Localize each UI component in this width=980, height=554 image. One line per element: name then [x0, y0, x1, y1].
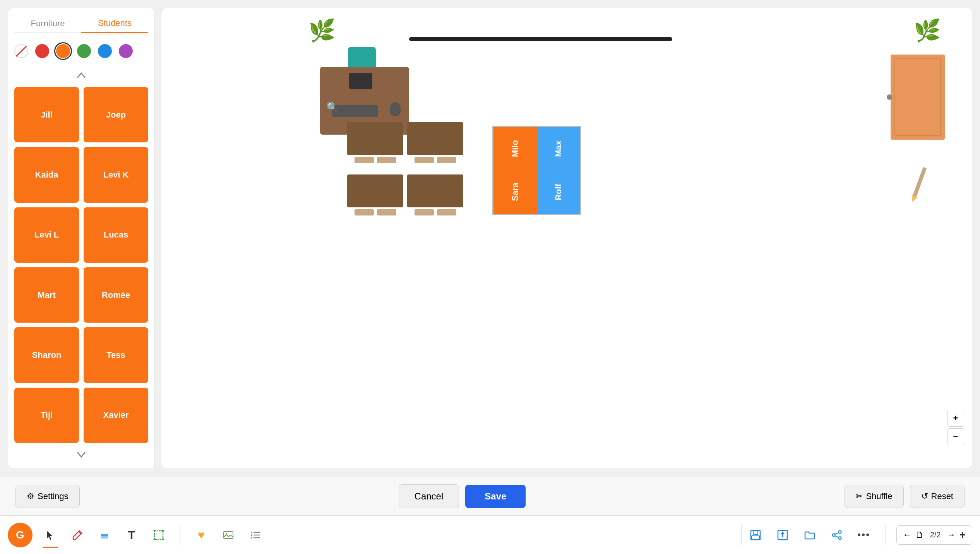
next-page-button[interactable]: → [947, 530, 956, 540]
door-handle [887, 94, 892, 100]
more-icon-btn[interactable]: ••• [854, 525, 874, 545]
eraser-tool[interactable] [94, 525, 115, 545]
color-none[interactable] [14, 44, 28, 58]
student-mart[interactable]: Mart [14, 267, 79, 323]
svg-point-14 [251, 534, 252, 536]
door-panel [894, 58, 941, 136]
students-grid: Jill Joep Kaida Levi K Levi L Lucas Mart… [14, 87, 148, 443]
svg-point-15 [251, 537, 252, 539]
student-joep[interactable]: Joep [84, 87, 148, 142]
svg-line-24 [835, 533, 839, 534]
svg-point-7 [162, 538, 164, 540]
save-icon-btn[interactable] [745, 525, 766, 545]
share-icon-btn[interactable] [827, 525, 847, 545]
student-levi-k[interactable]: Levi K [84, 147, 148, 202]
seat-milo: Milo [493, 127, 537, 170]
desk-group-top [347, 122, 463, 163]
svg-rect-17 [753, 530, 758, 534]
svg-rect-18 [752, 536, 759, 539]
upload-icon-btn[interactable] [773, 525, 793, 545]
prev-page-button[interactable]: ← [903, 530, 911, 540]
color-picker-row [14, 39, 148, 63]
seat-group: Milo Max Sara Rolf [492, 126, 581, 215]
reset-icon: ↺ [921, 491, 928, 501]
zoom-controls: + − [947, 410, 964, 445]
bottom-toolbar: G T ♥ [0, 515, 980, 554]
color-green[interactable] [77, 44, 91, 58]
svg-line-25 [835, 536, 839, 537]
folder-icon-btn[interactable] [800, 525, 820, 545]
student-kaida[interactable]: Kaida [14, 147, 79, 202]
select-tool[interactable] [149, 525, 169, 545]
blackboard [409, 37, 672, 41]
save-button[interactable]: Save [465, 485, 526, 508]
cursor-tool[interactable] [40, 525, 60, 545]
plant-top-left: 🌿 [308, 20, 336, 41]
text-tool[interactable]: T [122, 525, 142, 545]
app-logo[interactable]: G [8, 523, 33, 547]
search-icon: 🔍 [326, 101, 339, 113]
svg-rect-3 [154, 531, 163, 539]
scroll-up-button[interactable] [74, 68, 89, 83]
plant-top-right: 🌿 [914, 20, 941, 41]
heart-tool[interactable]: ♥ [191, 525, 211, 545]
student-levi-l[interactable]: Levi L [14, 207, 79, 263]
desk-group-bottom [347, 174, 463, 215]
shuffle-icon: ✂ [856, 491, 863, 501]
zoom-out-button[interactable]: − [947, 428, 964, 445]
settings-button[interactable]: ⚙ Settings [15, 485, 80, 508]
student-lucas[interactable]: Lucas [84, 207, 148, 263]
action-bar: ⚙ Settings Cancel Save ✂ Shuffle ↺ Reset [0, 477, 980, 515]
tab-students[interactable]: Students [81, 14, 148, 33]
svg-point-5 [162, 530, 164, 532]
seat-rolf: Rolf [537, 170, 580, 214]
add-page-button[interactable]: + [959, 529, 966, 541]
svg-point-21 [838, 530, 841, 533]
svg-point-13 [251, 532, 252, 533]
student-tess[interactable]: Tess [84, 327, 148, 383]
color-blue[interactable] [98, 44, 112, 58]
shuffle-button[interactable]: ✂ Shuffle [845, 485, 903, 508]
page-navigation: ← 🗋 2/2 → + [896, 525, 972, 545]
scroll-down-button[interactable] [74, 447, 89, 462]
svg-rect-2 [101, 536, 108, 539]
toolbar-separator-2 [741, 525, 742, 545]
tab-row: Furniture Students [14, 14, 148, 33]
page-indicator: 2/2 [928, 530, 943, 539]
reset-button[interactable]: ↺ Reset [910, 485, 965, 508]
cancel-button[interactable]: Cancel [399, 484, 459, 508]
svg-point-23 [832, 533, 835, 536]
svg-rect-16 [751, 530, 760, 540]
svg-point-6 [154, 538, 156, 540]
zoom-in-button[interactable]: + [947, 410, 964, 427]
list-tool[interactable] [245, 525, 266, 545]
student-xavier[interactable]: Xavier [84, 388, 148, 443]
color-orange[interactable] [56, 44, 70, 58]
seat-max: Max [537, 127, 580, 170]
page-icon: 🗋 [915, 530, 924, 540]
toolbar-separator-1 [180, 525, 180, 545]
tab-furniture[interactable]: Furniture [14, 14, 81, 32]
teacher-desk-area: 🔍 [320, 47, 409, 135]
classroom-canvas[interactable]: 🌿 🌿 🔍 [161, 8, 972, 469]
svg-point-22 [838, 537, 841, 539]
svg-point-4 [154, 530, 156, 532]
seat-sara: Sara [493, 170, 537, 214]
left-panel: Furniture Students Jill Joep Kaida [8, 8, 155, 469]
pencil-decoration [918, 167, 922, 198]
color-red[interactable] [35, 44, 49, 58]
pencil-tool[interactable] [67, 525, 87, 545]
color-purple[interactable] [119, 44, 133, 58]
student-sharon[interactable]: Sharon [14, 327, 79, 383]
image-tool[interactable] [218, 525, 238, 545]
student-jill[interactable]: Jill [14, 87, 79, 142]
student-romee[interactable]: Romée [84, 267, 148, 323]
settings-icon: ⚙ [27, 491, 34, 501]
student-tijl[interactable]: Tijl [14, 388, 79, 443]
door [891, 55, 945, 140]
svg-rect-8 [224, 532, 233, 539]
toolbar-separator-3 [885, 525, 886, 545]
